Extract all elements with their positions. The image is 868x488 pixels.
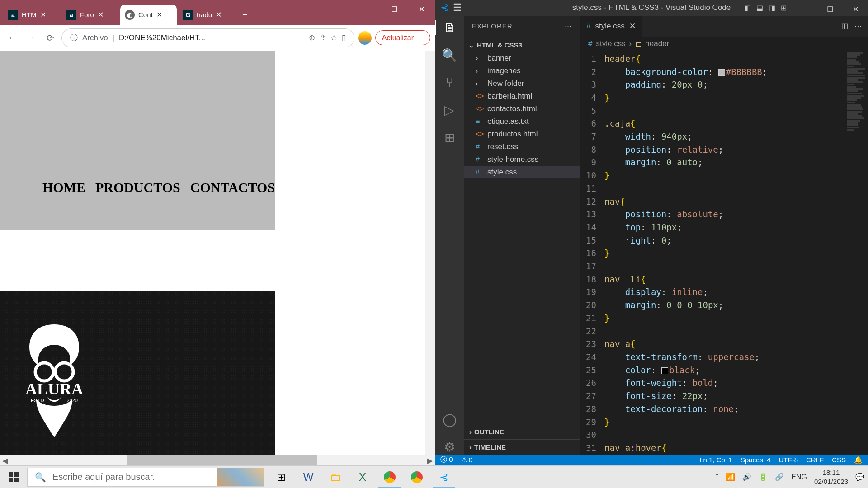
- reading-icon[interactable]: ▯: [342, 33, 346, 42]
- close-button[interactable]: ✕: [408, 0, 435, 18]
- wifi-icon[interactable]: 📶: [726, 473, 735, 481]
- star-icon[interactable]: ☆: [330, 33, 337, 42]
- tree-file[interactable]: #style-home.css: [464, 153, 580, 166]
- split-editor-icon[interactable]: ◫: [841, 22, 848, 30]
- tree-folder[interactable]: ›imagenes: [464, 65, 580, 77]
- maximize-button[interactable]: ☐: [381, 0, 408, 18]
- taskbar-search[interactable]: 🔍 Escribe aquí para buscar.: [27, 468, 264, 487]
- file-explorer-icon[interactable]: 🗀: [322, 466, 349, 488]
- breadcrumb[interactable]: # style.css › ⊏ header: [580, 37, 868, 52]
- eol-info[interactable]: CRLF: [806, 456, 824, 464]
- close-icon[interactable]: ✕: [98, 10, 104, 19]
- nav-link[interactable]: CONTACTOS: [190, 180, 275, 195]
- vscode-titlebar: ⊰ ☰ style.css - HTML & CSS3 - Visual Stu…: [435, 0, 868, 16]
- horizontal-scrollbar[interactable]: ◀ ▶: [0, 455, 435, 465]
- layout-bottom-icon[interactable]: ⬓: [756, 4, 763, 12]
- share-icon[interactable]: ⇪: [320, 33, 326, 42]
- browser-tab[interactable]: aForo✕: [62, 5, 118, 25]
- zoom-icon[interactable]: ⊕: [309, 33, 315, 42]
- chevron-right-icon: ›: [476, 54, 484, 62]
- language-indicator[interactable]: ENG: [791, 473, 807, 481]
- scroll-left-icon[interactable]: ◀: [0, 456, 10, 465]
- reload-button[interactable]: ⟳: [42, 30, 58, 46]
- cursor-position[interactable]: Ln 1, Col 1: [699, 456, 732, 464]
- tree-file[interactable]: #style.css: [464, 166, 580, 178]
- explorer-icon[interactable]: 🗎: [435, 20, 464, 35]
- vertical-scrollbar[interactable]: [425, 51, 435, 455]
- txt-file-icon: ≡: [476, 117, 484, 126]
- editor-tab[interactable]: # style.css ✕: [580, 16, 642, 37]
- tree-file[interactable]: <>barberia.html: [464, 90, 580, 103]
- code-content[interactable]: header{ background-color: #BBBBBB; paddi…: [604, 52, 868, 455]
- url-bar[interactable]: ⓘ Archivo | D:/ONE%20Michael/HT... ⊕ ⇪ ☆…: [61, 28, 354, 47]
- tree-file[interactable]: ≡etiquetas.txt: [464, 115, 580, 128]
- tree-file[interactable]: <>productos.html: [464, 128, 580, 141]
- warnings-count[interactable]: ⚠ 0: [461, 456, 473, 464]
- scroll-right-icon[interactable]: ▶: [425, 456, 435, 465]
- close-icon[interactable]: ✕: [40, 10, 46, 19]
- more-icon[interactable]: ⋯: [565, 22, 572, 30]
- nav-link[interactable]: HOME: [42, 180, 85, 195]
- run-debug-icon[interactable]: ▷: [444, 103, 454, 117]
- account-icon[interactable]: ◯: [443, 412, 457, 427]
- language-mode[interactable]: CSS: [832, 456, 846, 464]
- encoding-info[interactable]: UTF-8: [778, 456, 798, 464]
- volume-icon[interactable]: 🔊: [742, 473, 751, 481]
- maximize-button[interactable]: ☐: [817, 0, 843, 18]
- minimize-button[interactable]: ─: [792, 0, 817, 18]
- minimize-button[interactable]: ─: [354, 0, 381, 18]
- chevron-up-icon[interactable]: ˄: [715, 473, 719, 481]
- excel-icon[interactable]: X: [349, 466, 376, 488]
- layout-left-icon[interactable]: ◧: [744, 4, 751, 12]
- forward-button[interactable]: →: [24, 30, 39, 46]
- tree-file[interactable]: <>contactos.html: [464, 103, 580, 115]
- chrome-icon-2[interactable]: [404, 466, 430, 488]
- tab-title: Cont: [138, 11, 153, 19]
- update-button[interactable]: Actualizar⋮: [375, 30, 430, 45]
- hamburger-icon[interactable]: ☰: [453, 2, 462, 14]
- sync-icon[interactable]: 🔗: [775, 473, 784, 481]
- close-button[interactable]: ✕: [843, 0, 868, 18]
- browser-tab[interactable]: aHTM✕: [4, 5, 60, 25]
- layout-grid-icon[interactable]: ⊞: [781, 4, 787, 12]
- timeline-section[interactable]: › TIMELINE: [464, 439, 580, 455]
- chrome-window: aHTM✕aForo✕◐Cont✕Gtradu✕ + ─ ☐ ✕ ← → ⟳ ⓘ…: [0, 0, 435, 465]
- task-view-icon[interactable]: ⊞: [268, 466, 294, 488]
- settings-gear-icon[interactable]: ⚙: [444, 440, 455, 455]
- back-button[interactable]: ←: [5, 30, 20, 46]
- outline-section[interactable]: › OUTLINE: [464, 424, 580, 439]
- clock[interactable]: 18:11 02/01/2023: [814, 468, 848, 486]
- new-tab-button[interactable]: +: [237, 10, 253, 25]
- close-icon[interactable]: ✕: [629, 21, 636, 31]
- vscode-taskbar-icon[interactable]: ⊰: [431, 466, 457, 488]
- tree-file[interactable]: #reset.css: [464, 141, 580, 153]
- scrollbar-thumb[interactable]: [127, 455, 317, 465]
- indent-info[interactable]: Spaces: 4: [741, 456, 771, 464]
- search-icon[interactable]: 🔍: [442, 48, 458, 63]
- battery-icon[interactable]: 🔋: [759, 473, 768, 481]
- errors-count[interactable]: ⓧ 0: [440, 455, 453, 464]
- chrome-icon[interactable]: [377, 466, 403, 488]
- more-icon[interactable]: ⋯: [854, 22, 862, 30]
- close-icon[interactable]: ✕: [156, 10, 162, 19]
- browser-tab[interactable]: Gtradu✕: [179, 5, 235, 25]
- tree-folder[interactable]: ›banner: [464, 52, 580, 65]
- notifications-icon[interactable]: 💬: [855, 473, 864, 481]
- word-icon[interactable]: W: [295, 466, 321, 488]
- nav-link[interactable]: PRODUCTOS: [95, 180, 180, 195]
- project-root[interactable]: ⌄ HTML & CSS3: [464, 38, 580, 52]
- close-icon[interactable]: ✕: [216, 10, 222, 19]
- tree-folder[interactable]: ›New folder: [464, 77, 580, 90]
- notifications-icon[interactable]: 🔔: [854, 456, 863, 464]
- layout-right-icon[interactable]: ◨: [769, 4, 775, 12]
- footer-logo: ALURA ESTD 2020: [14, 320, 95, 444]
- extensions-icon[interactable]: ⊞: [444, 130, 455, 145]
- source-control-icon[interactable]: ⑂: [446, 75, 453, 90]
- minimap[interactable]: [845, 52, 868, 455]
- browser-tab[interactable]: ◐Cont✕: [120, 5, 177, 25]
- start-button[interactable]: [0, 466, 27, 488]
- code-editor[interactable]: 1234567891011121314151617181920212223242…: [580, 52, 868, 455]
- profile-icon[interactable]: [358, 31, 372, 45]
- url-text: D:/ONE%20Michael/HT...: [119, 33, 304, 42]
- taskbar-apps: ⊞ W 🗀 X ⊰: [268, 466, 457, 488]
